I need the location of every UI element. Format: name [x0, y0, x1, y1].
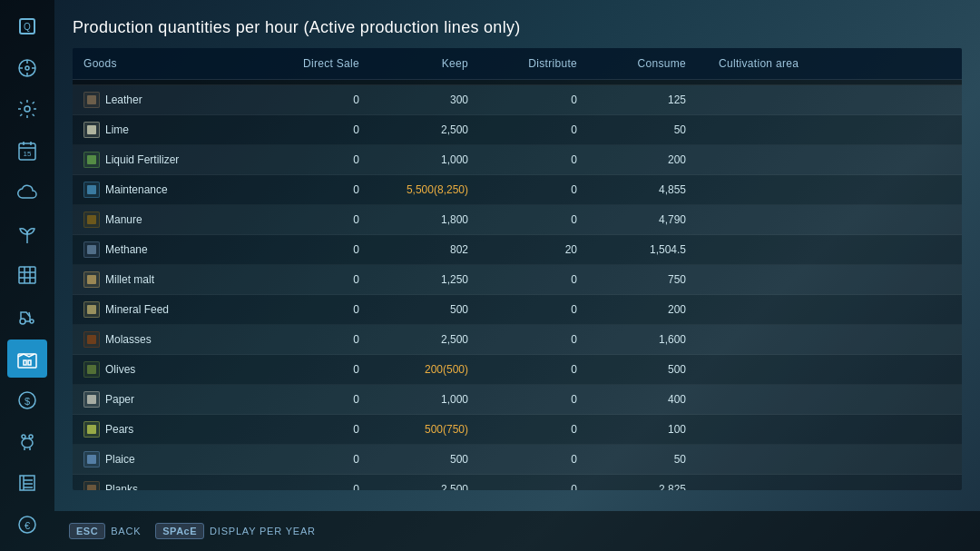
cell-consume: 4,855: [599, 181, 708, 199]
cell-cultivation: [708, 367, 962, 372]
cell-distribute: 0: [490, 300, 599, 319]
cell-distribute: 0: [490, 480, 599, 490]
goods-name: Liquid Fertilizer: [105, 153, 179, 166]
cell-goods: Methane: [73, 239, 272, 261]
goods-name: Plaice: [105, 453, 135, 466]
col-consume: Consume: [599, 54, 708, 74]
cell-goods: Olives: [73, 359, 272, 380]
cell-cultivation: [708, 277, 962, 282]
cell-direct-sale: 0: [272, 390, 381, 408]
cell-direct-sale: 0: [272, 181, 381, 199]
cell-cultivation: [708, 307, 962, 312]
sidebar-item-tractor[interactable]: [7, 298, 47, 336]
cell-cultivation: [708, 457, 962, 462]
goods-icon: [83, 331, 100, 348]
col-keep: Keep: [381, 54, 490, 74]
cell-distribute: 0: [490, 211, 599, 229]
sidebar-item-finance[interactable]: $: [7, 381, 47, 419]
cell-distribute: 0: [490, 420, 599, 438]
sidebar-item-animals[interactable]: [7, 423, 47, 461]
cell-distribute: 0: [490, 121, 599, 139]
svg-rect-14: [19, 267, 35, 283]
cell-goods: Plaice: [73, 448, 272, 470]
svg-rect-42: [87, 305, 96, 314]
cell-keep: 5,500(8,250): [381, 181, 490, 199]
goods-icon: [83, 361, 100, 378]
cell-distribute: 0: [490, 271, 599, 289]
display-label: DISPLAY PER YEAR: [210, 526, 316, 536]
sidebar-item-plant[interactable]: [7, 215, 47, 253]
svg-rect-38: [87, 185, 96, 194]
sidebar-item-settings[interactable]: [7, 91, 47, 129]
cell-consume: 1,600: [599, 330, 708, 349]
cell-consume: 500: [599, 360, 708, 379]
sidebar-item-book[interactable]: [7, 464, 47, 502]
cell-consume: 100: [599, 420, 708, 438]
space-key[interactable]: SPAcE: [155, 523, 204, 539]
cell-cultivation: [708, 97, 962, 103]
space-display-btn[interactable]: SPAcE DISPLAY PER YEAR: [155, 523, 316, 539]
goods-name: Olives: [105, 363, 135, 376]
sidebar-item-steering[interactable]: [7, 49, 47, 87]
cell-cultivation: [708, 187, 962, 192]
goods-icon: [83, 421, 100, 438]
cell-goods: Millet malt: [73, 269, 272, 290]
table-row: Pears 0 500(750) 0 100: [73, 415, 962, 445]
cell-direct-sale: 0: [272, 211, 381, 229]
cell-goods: Planks: [73, 478, 272, 490]
cell-keep: 1,800: [381, 211, 490, 229]
sidebar-item-calendar[interactable]: 15: [7, 132, 47, 170]
goods-name: Maintenance: [105, 183, 168, 196]
goods-name: Millet malt: [105, 273, 154, 286]
cell-keep: 500: [381, 450, 490, 468]
cell-distribute: 20: [490, 241, 599, 259]
cell-keep: 500: [381, 300, 490, 319]
svg-rect-48: [87, 485, 96, 490]
goods-name: Pears: [105, 423, 133, 436]
table-row: Liquid Fertilizer 0 1,000 0 200: [73, 145, 962, 175]
esc-key[interactable]: ESC: [69, 523, 105, 539]
cell-consume: 50: [599, 121, 708, 139]
cell-direct-sale: 0: [272, 151, 381, 169]
cell-cultivation: [708, 127, 962, 133]
sidebar-item-factory[interactable]: [7, 339, 47, 378]
svg-rect-39: [87, 215, 96, 224]
cell-direct-sale: 0: [272, 450, 381, 468]
goods-name: Paper: [105, 393, 134, 406]
cell-keep: 200(500): [381, 360, 490, 379]
table-body[interactable]: Leather 0 300 0 125 Lime 0 2,500 0 50 Li…: [73, 85, 962, 490]
cell-goods: Manure: [73, 209, 272, 231]
cell-goods: Maintenance: [73, 179, 272, 201]
sidebar-item-chart[interactable]: [7, 257, 47, 295]
cell-distribute: 0: [490, 390, 599, 408]
sidebar-item-euro[interactable]: €: [7, 506, 47, 544]
cell-keep: 1,000: [381, 151, 490, 169]
sidebar-item-q[interactable]: Q: [7, 7, 47, 45]
goods-name: Methane: [105, 243, 148, 256]
table-row: Methane 0 802 20 1,504.5: [73, 235, 962, 265]
goods-name: Leather: [105, 93, 142, 106]
table-row: Leather 0 300 0 125: [73, 85, 962, 115]
cell-consume: 125: [599, 91, 708, 109]
cell-keep: 2,500: [381, 121, 490, 139]
svg-point-19: [20, 319, 25, 324]
cell-direct-sale: 0: [272, 330, 381, 349]
goods-icon: [83, 92, 100, 108]
goods-icon: [83, 152, 100, 168]
svg-point-3: [25, 66, 29, 70]
cell-cultivation: [708, 487, 962, 490]
goods-icon: [83, 391, 100, 408]
col-direct-sale: Direct Sale: [272, 54, 381, 74]
cell-keep: 802: [381, 241, 490, 259]
svg-rect-45: [87, 395, 96, 404]
svg-rect-36: [87, 125, 96, 134]
cell-cultivation: [708, 247, 962, 252]
esc-back-btn[interactable]: ESC BACK: [69, 523, 141, 539]
cell-direct-sale: 0: [272, 271, 381, 289]
cell-distribute: 0: [490, 151, 599, 169]
table-row: Plaice 0 500 0 50: [73, 445, 962, 475]
table-row: Olives 0 200(500) 0 500: [73, 355, 962, 385]
cell-cultivation: [708, 427, 962, 432]
sidebar-item-weather[interactable]: [7, 173, 47, 212]
cell-keep: 300: [381, 91, 490, 109]
